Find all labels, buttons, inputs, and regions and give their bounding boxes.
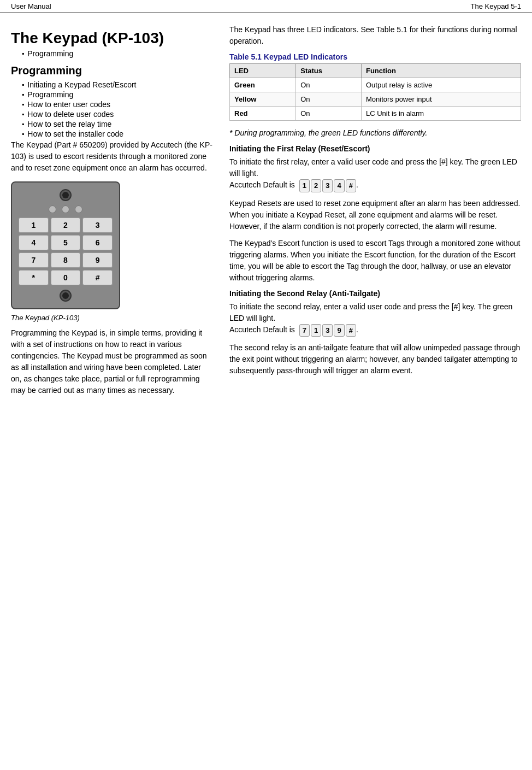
page-header: User Manual The Keypad 5-1	[0, 0, 532, 13]
table-body: GreenOnOutput relay is activeYellowOnMon…	[230, 78, 521, 121]
code-key: 1	[311, 324, 321, 337]
section1-p1: To initiate the first relay, enter a val…	[229, 156, 521, 192]
left-column: The Keypad (KP-103) Programming Programm…	[11, 24, 213, 402]
section1-default-label: Accutech Default is	[229, 180, 295, 189]
bottom-led	[60, 290, 72, 302]
table-title: Table 5.1 Keypad LED Indicators	[229, 52, 521, 61]
section2-p2: The second relay is an anti-tailgate fea…	[229, 342, 521, 377]
top-indicator-row	[19, 189, 113, 201]
section1-title: Initiating the First Relay (Reset/Escort…	[229, 144, 521, 153]
top-bullet-item: Programming	[22, 49, 213, 58]
table-cell: Green	[230, 78, 296, 92]
section1-p1-text: To initiate the first relay, enter a val…	[229, 157, 517, 178]
keypad-key: *	[19, 270, 49, 285]
keypad-key: 4	[19, 235, 49, 250]
keypad-key: 6	[82, 235, 113, 250]
code-key: 4	[334, 179, 344, 192]
prog-bullet-item: How to set the installer code	[22, 130, 213, 138]
table-cell: On	[296, 92, 362, 107]
table-row: RedOnLC Unit is in alarm	[230, 107, 521, 121]
code-key: 3	[322, 179, 333, 192]
code-key: 9	[334, 324, 344, 337]
prog-bullet-item: How to enter user codes	[22, 100, 213, 109]
section2-default-label: Accutech Default is	[229, 325, 295, 334]
right-intro: The Keypad has three LED indicators. See…	[229, 24, 521, 47]
keypad-grid: 123456789*0#	[19, 218, 113, 285]
keypad-key: 1	[19, 218, 49, 233]
led-circles-row	[19, 205, 113, 213]
led-circle-2	[62, 205, 69, 213]
top-bullets: Programming	[11, 49, 213, 58]
keypad-key: 8	[51, 252, 81, 268]
table-head: LEDStatusFunction	[230, 64, 521, 78]
section1-p2: Keypad Resets are used to reset zone equ…	[229, 198, 521, 232]
prog-bullet-item: How to set the relay time	[22, 120, 213, 128]
keypad-key: 5	[51, 235, 81, 250]
table-cell: On	[296, 107, 362, 121]
table-row: GreenOnOutput relay is active	[230, 78, 521, 92]
prog-bullet-item: How to delete user codes	[22, 110, 213, 119]
code-key: 1	[299, 179, 310, 192]
table-cell: Monitors power input	[361, 92, 521, 107]
programming-bullets: Initiating a Keypad Reset/EscortProgramm…	[11, 80, 213, 138]
prog-bullet-item: Initiating a Keypad Reset/Escort	[22, 80, 213, 89]
table-cell: Yellow	[230, 92, 296, 107]
code-key: #	[346, 179, 356, 192]
header-left: User Manual	[11, 2, 51, 10]
table-cell: Red	[230, 107, 296, 121]
table-cell: Output relay is active	[361, 78, 521, 92]
programming-body: Programming the Keypad is, in simple ter…	[11, 327, 213, 396]
code-key: 7	[299, 324, 310, 337]
keypad-key: 7	[19, 252, 49, 268]
table-cell: LC Unit is in alarm	[361, 107, 521, 121]
keypad-key: 3	[82, 218, 113, 233]
right-column: The Keypad has three LED indicators. See…	[229, 24, 521, 402]
header-right: The Keypad 5-1	[470, 2, 521, 10]
led-table: LEDStatusFunction GreenOnOutput relay is…	[229, 63, 521, 121]
prog-bullet-item: Programming	[22, 90, 213, 99]
top-led	[60, 189, 72, 201]
code-key: #	[346, 324, 356, 337]
keypad-key: 9	[82, 252, 113, 268]
code-key: 2	[311, 179, 321, 192]
section1-p3: The Keypad's Escort function is used to …	[229, 238, 521, 284]
intro-paragraph: The Keypad (Part # 650209) provided by A…	[11, 139, 213, 174]
table-header-cell: Function	[361, 64, 521, 78]
table-row: YellowOnMonitors power input	[230, 92, 521, 107]
keypad-caption: The Keypad (KP-103)	[11, 314, 213, 322]
table-cell: On	[296, 78, 362, 92]
programming-title: Programming	[11, 64, 213, 77]
table-header-cell: Status	[296, 64, 362, 78]
section2-title: Initiating the Second Relay (Anti-Tailga…	[229, 289, 521, 298]
bottom-indicator	[19, 290, 113, 302]
table-header-row: LEDStatusFunction	[230, 64, 521, 78]
led-circle-3	[75, 205, 82, 213]
section2-p1: To initiate the second relay, enter a va…	[229, 301, 521, 337]
keypad-image: 123456789*0#	[11, 181, 120, 309]
note-text: * During programming, the green LED func…	[229, 127, 521, 139]
code-key: 3	[322, 324, 333, 337]
keypad-key: 2	[51, 218, 81, 233]
main-title: The Keypad (KP-103)	[11, 30, 213, 47]
keypad-key: 0	[51, 270, 81, 285]
section2-default-code: 7139#	[299, 324, 356, 337]
content-wrapper: The Keypad (KP-103) Programming Programm…	[0, 13, 532, 413]
keypad-key: #	[82, 270, 113, 285]
section1-default-code: 1234#	[299, 179, 356, 192]
led-circle-1	[49, 205, 56, 213]
section2-p1-text: To initiate the second relay, enter a va…	[229, 302, 512, 322]
table-header-cell: LED	[230, 64, 296, 78]
